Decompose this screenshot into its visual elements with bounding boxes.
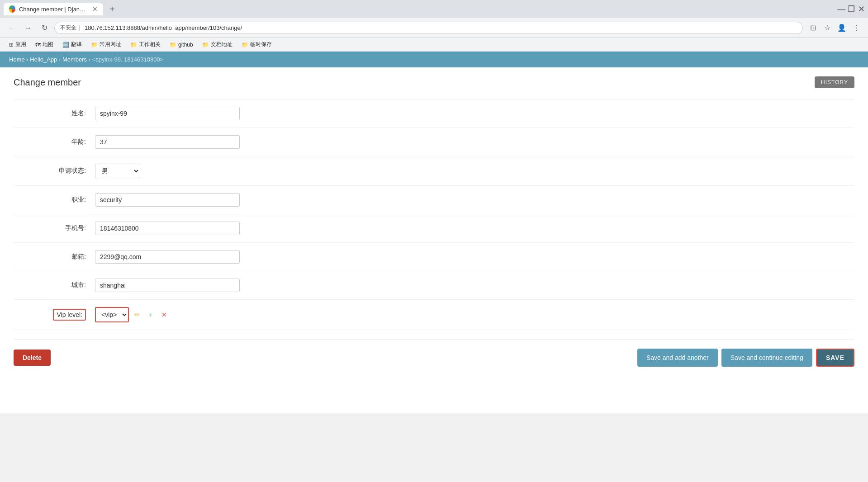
select-vip[interactable]: <vip> vip1 vip2 [96, 308, 128, 321]
save-continue-button[interactable]: Save and continue editing [721, 349, 812, 367]
security-indicator: 不安全｜ [60, 24, 82, 32]
breadcrumb-sep3: › [89, 56, 90, 63]
translate-icon[interactable]: ⊡ [806, 22, 819, 34]
breadcrumb-sep2: › [59, 56, 61, 63]
close-button[interactable]: ✕ [858, 6, 864, 12]
translate-icon-bm: 🔤 [62, 42, 69, 48]
forward-button[interactable]: → [22, 22, 34, 34]
input-name[interactable] [95, 107, 240, 120]
bookmark-github-label: github [178, 42, 193, 48]
vip-field-wrapper: <vip> vip1 vip2 ✏ + ✕ [95, 307, 854, 322]
delete-button[interactable]: Delete [14, 350, 51, 366]
input-age[interactable] [95, 135, 240, 149]
form-row-email: 邮箱: [14, 243, 854, 271]
toolbar-actions: ⊡ ☆ 👤 ⋮ [806, 22, 863, 34]
label-email: 邮箱: [14, 253, 95, 261]
browser-titlebar: Change member | Django site ✕ + — ❐ ✕ [0, 0, 868, 18]
page-content: Home › Hello_App › Members › <spyinx-99,… [0, 52, 868, 413]
input-job[interactable] [95, 193, 240, 207]
bookmark-map[interactable]: 🗺 地图 [32, 40, 57, 49]
field-vip: <vip> vip1 vip2 ✏ + ✕ [95, 307, 854, 322]
page-header: Change member HISTORY [14, 76, 854, 88]
browser-toolbar: ← → ↻ 不安全｜ 180.76.152.113:8888/admin/hel… [0, 18, 868, 38]
field-job [95, 193, 854, 207]
map-icon: 🗺 [35, 42, 41, 48]
folder-icon-4: 📁 [202, 42, 209, 48]
field-name [95, 107, 854, 120]
label-name: 姓名: [14, 109, 95, 118]
bookmark-common[interactable]: 📁 常用网址 [87, 40, 125, 49]
folder-icon-1: 📁 [91, 42, 98, 48]
folder-icon-3: 📁 [170, 42, 176, 48]
save-add-another-button[interactable]: Save and add another [637, 349, 718, 367]
field-age [95, 135, 854, 149]
folder-icon-5: 📁 [242, 42, 248, 48]
back-button[interactable]: ← [5, 22, 18, 34]
refresh-button[interactable]: ↻ [38, 22, 51, 34]
form-row-phone: 手机号: [14, 214, 854, 243]
bookmark-work[interactable]: 📁 工作相关 [127, 40, 164, 49]
tab-close-icon[interactable]: ✕ [92, 5, 98, 13]
folder-icon-2: 📁 [130, 42, 137, 48]
action-buttons: Save and add another Save and continue e… [637, 349, 854, 367]
field-email [95, 250, 854, 264]
vip-add-button[interactable]: + [145, 309, 156, 320]
bookmark-translate[interactable]: 🔤 翻译 [59, 40, 85, 49]
form-row-city: 城市: [14, 271, 854, 300]
bookmark-apps[interactable]: ⊞ 应用 [5, 40, 30, 49]
input-email[interactable] [95, 250, 240, 264]
label-age: 年龄: [14, 138, 95, 146]
form-row-age: 年龄: [14, 128, 854, 156]
save-button[interactable]: SAVE [816, 349, 854, 367]
bookmark-icon[interactable]: ☆ [821, 22, 834, 34]
bookmark-docs[interactable]: 📁 文档地址 [199, 40, 236, 49]
new-tab-button[interactable]: + [106, 3, 119, 15]
breadcrumb-app[interactable]: Hello_App [30, 56, 57, 63]
input-city[interactable] [95, 279, 240, 292]
form-section: 姓名: 年龄: 申请状态: 男 [14, 99, 854, 330]
minimize-button[interactable]: — [838, 6, 844, 12]
input-phone[interactable] [95, 222, 240, 235]
label-city: 城市: [14, 281, 95, 289]
bookmark-github[interactable]: 📁 github [166, 41, 197, 49]
bookmarks-bar: ⊞ 应用 🗺 地图 🔤 翻译 📁 常用网址 📁 工作相关 📁 github 📁 … [0, 38, 868, 52]
field-status: 男 女 [95, 164, 854, 178]
address-bar[interactable]: 不安全｜ 180.76.152.113:8888/admin/hello_app… [54, 22, 803, 34]
form-row-vip: Vip level: <vip> vip1 vip2 ✏ [14, 300, 854, 330]
bookmark-temp[interactable]: 📁 临时保存 [238, 40, 275, 49]
label-phone: 手机号: [14, 224, 95, 232]
label-status: 申请状态: [14, 167, 95, 175]
breadcrumb-sep1: › [26, 56, 28, 63]
apps-icon: ⊞ [9, 42, 14, 48]
vip-remove-button[interactable]: ✕ [159, 309, 170, 320]
tab-title: Change member | Django site [19, 6, 87, 13]
maximize-button[interactable]: ❐ [848, 6, 854, 12]
main-content: Change member HISTORY 姓名: 年龄: [0, 67, 868, 385]
field-city [95, 279, 854, 292]
bookmark-common-label: 常用网址 [100, 41, 121, 48]
form-footer: Delete Save and add another Save and con… [14, 339, 854, 376]
bookmark-temp-label: 临时保存 [250, 41, 272, 48]
select-status[interactable]: 男 女 [95, 164, 140, 178]
window-controls: — ❐ ✕ [838, 6, 864, 12]
breadcrumb-section[interactable]: Members [62, 56, 87, 63]
form-row-job: 职业: [14, 186, 854, 214]
bookmark-docs-label: 文档地址 [211, 41, 232, 48]
vip-label-highlight: Vip level: [53, 309, 86, 321]
form-row-name: 姓名: [14, 99, 854, 128]
history-button[interactable]: HISTORY [815, 76, 854, 88]
bookmark-apps-label: 应用 [15, 41, 26, 48]
vip-edit-button[interactable]: ✏ [132, 309, 142, 320]
breadcrumb-home[interactable]: Home [9, 56, 25, 63]
bookmark-translate-label: 翻译 [71, 41, 82, 48]
browser-chrome: Change member | Django site ✕ + — ❐ ✕ ← … [0, 0, 868, 52]
profile-icon[interactable]: 👤 [835, 22, 848, 34]
url-text: 180.76.152.113:8888/admin/hello_app/memb… [85, 24, 242, 31]
menu-icon[interactable]: ⋮ [850, 22, 863, 34]
member-form: 姓名: 年龄: 申请状态: 男 [14, 99, 854, 376]
form-row-status: 申请状态: 男 女 [14, 156, 854, 186]
label-job: 职业: [14, 196, 95, 204]
browser-tab[interactable]: Change member | Django site ✕ [4, 3, 103, 15]
field-phone [95, 222, 854, 235]
bookmark-map-label: 地图 [43, 41, 53, 48]
